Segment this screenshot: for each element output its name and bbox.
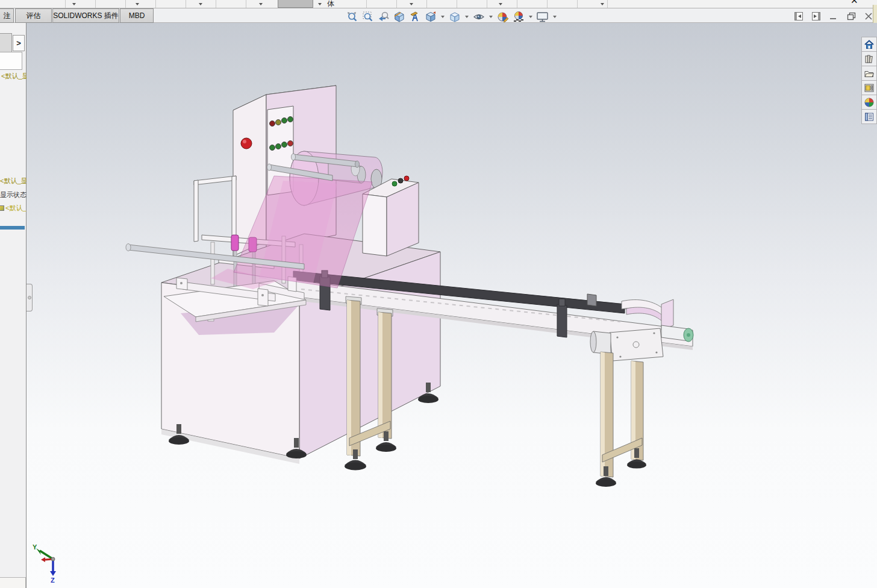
dropdown-arrow-icon[interactable] xyxy=(136,3,139,5)
dropdown-arrow-icon[interactable] xyxy=(499,3,502,5)
dock-pane-right-button[interactable] xyxy=(811,11,821,21)
toolbar-separator xyxy=(65,0,66,8)
apply-scene-icon[interactable] xyxy=(511,10,526,24)
dropdown-arrow-icon[interactable] xyxy=(410,3,413,5)
tree-item-default-config[interactable]: <默认_ xyxy=(0,204,27,213)
window-controls xyxy=(794,10,873,23)
toolbar-separator xyxy=(607,0,608,8)
z-axis-label: Z xyxy=(51,577,55,584)
x-axis-arrow xyxy=(41,557,45,562)
zoom-to-fit-icon[interactable] xyxy=(345,10,360,24)
config-field[interactable] xyxy=(0,52,22,70)
toolbar-separator xyxy=(155,0,156,8)
toolbar-separator xyxy=(246,0,246,8)
previous-view-icon[interactable] xyxy=(376,10,391,24)
dock-pane-left-button[interactable] xyxy=(794,11,804,21)
toolbar-separator xyxy=(216,0,216,8)
dynamic-annotation-views-icon[interactable] xyxy=(408,10,422,24)
configuration-icon xyxy=(0,205,4,211)
tree-item-configuration[interactable]: <默认_显 xyxy=(0,177,27,186)
dropdown-arrow-icon[interactable] xyxy=(529,16,532,18)
toolbar-separator xyxy=(547,0,548,8)
minimize-button[interactable] xyxy=(829,11,838,21)
display-style-icon[interactable] xyxy=(448,10,462,24)
dropdown-arrow-icon[interactable] xyxy=(72,3,76,5)
title-strip: 体 ✕ xyxy=(0,0,877,8)
tab-mbd[interactable]: MBD xyxy=(120,8,154,23)
toolbar-separator xyxy=(125,0,126,8)
dropdown-arrow-icon[interactable] xyxy=(441,16,445,18)
z-axis-arrow xyxy=(50,571,56,576)
appearances-scenes-button[interactable] xyxy=(861,95,877,110)
tab-solidworks-addins[interactable]: SOLIDWORKS 插件 xyxy=(52,8,119,23)
graphics-viewport[interactable]: Y Z xyxy=(27,23,877,588)
tab-evaluate[interactable]: 评估 xyxy=(15,8,52,23)
view-settings-icon[interactable] xyxy=(535,10,550,24)
tree-item-display-state[interactable]: 显示状态- xyxy=(0,190,27,199)
y-axis-label: Y xyxy=(33,543,37,551)
file-explorer-button[interactable] xyxy=(861,66,877,81)
splitter-dot-icon xyxy=(28,296,31,299)
pneumatic-cylinder[interactable] xyxy=(231,235,239,251)
dropdown-arrow-icon[interactable] xyxy=(553,16,557,18)
dropdown-arrow-icon[interactable] xyxy=(318,3,322,5)
flyout-expand-button[interactable]: > xyxy=(13,35,25,51)
custom-properties-button[interactable] xyxy=(861,109,877,124)
zoom-to-area-icon[interactable] xyxy=(361,10,375,24)
dropdown-arrow-icon[interactable] xyxy=(489,16,493,18)
toolbar-separator xyxy=(577,0,578,8)
edit-appearance-icon[interactable] xyxy=(496,10,510,24)
config-caption: <默认_显 xyxy=(1,72,27,81)
toolbar-separator xyxy=(95,0,96,8)
machine-model[interactable]: Y Z xyxy=(27,23,877,588)
pressed-toolbar-button[interactable] xyxy=(278,0,313,8)
restore-button[interactable] xyxy=(846,11,856,21)
toolbar-separator xyxy=(186,0,186,8)
panel-partial-button[interactable] xyxy=(0,33,12,54)
section-view-icon[interactable] xyxy=(392,10,407,24)
task-pane xyxy=(861,37,877,124)
toolbar-separator xyxy=(426,0,427,8)
close-button[interactable] xyxy=(864,11,873,21)
dropdown-arrow-icon[interactable] xyxy=(465,16,469,18)
toolbar-separator xyxy=(396,0,397,8)
conveyor-clamp[interactable] xyxy=(557,304,567,337)
toolbar-separator xyxy=(517,0,517,8)
feature-manager-panel: > <默认_显 <默认_显 显示状态- <默认_ xyxy=(0,23,27,588)
emergency-stop-button[interactable] xyxy=(241,138,252,149)
toolbar-separator xyxy=(366,0,367,8)
panel-splitter-handle[interactable] xyxy=(27,284,33,311)
partial-toolbar-button-label: 体 xyxy=(327,0,334,8)
tab-annotation[interactable]: 注 xyxy=(0,8,14,23)
app-close-icon[interactable]: ✕ xyxy=(850,0,858,6)
view-palette-button[interactable] xyxy=(861,80,877,95)
toolbar-separator xyxy=(457,0,457,8)
dropdown-arrow-icon[interactable] xyxy=(259,3,263,5)
config-accent-bar xyxy=(0,226,25,230)
panel-bottom-box xyxy=(0,577,26,588)
home-button[interactable] xyxy=(861,37,877,52)
toolbar-separator xyxy=(487,0,487,8)
hide-show-items-icon[interactable] xyxy=(472,10,486,24)
dropdown-arrow-icon[interactable] xyxy=(199,3,202,5)
design-library-button[interactable] xyxy=(861,51,877,66)
orientation-triad: Y Z xyxy=(33,543,56,584)
dropdown-arrow-icon[interactable] xyxy=(601,3,604,5)
view-orientation-icon[interactable] xyxy=(423,10,438,24)
